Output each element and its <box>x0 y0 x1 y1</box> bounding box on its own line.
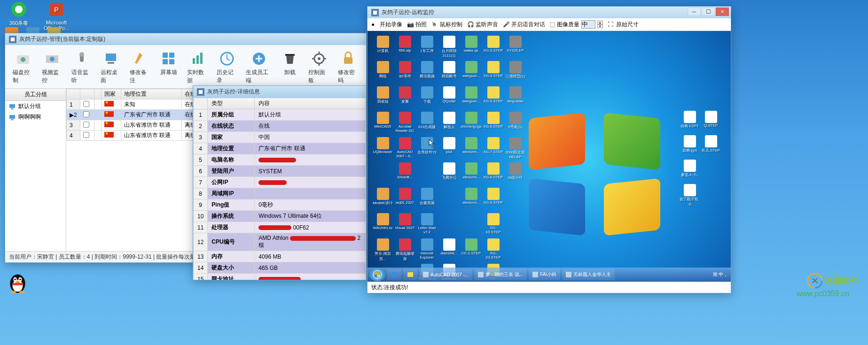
remote-icon[interactable]: XG-8.STEP <box>483 162 504 187</box>
remote-icon[interactable]: Internet Explorer <box>416 238 438 263</box>
remote-icon[interactable]: plot <box>438 137 460 161</box>
remote-icon[interactable]: xlesiurm... <box>461 188 482 212</box>
system-tray[interactable]: 简 中 , <box>710 271 729 278</box>
remote-icon[interactable]: 自购.igm <box>679 135 700 160</box>
taskbar-pin-explorer[interactable] <box>403 269 417 280</box>
taskbar-item[interactable]: AutoCAD 2007 -... <box>419 269 472 280</box>
detail-row[interactable]: 9Ping值0毫秒 <box>194 199 366 211</box>
remote-icon[interactable] <box>505 238 526 263</box>
remote-icon[interactable]: 腾讯电脑管家 <box>394 238 415 263</box>
remote-icon[interactable]: UQBrowser <box>372 137 393 161</box>
tool-生成员工端[interactable]: 生成员工端 <box>242 47 275 86</box>
remote-icon[interactable]: MiniCAD5 <box>372 112 393 136</box>
remote-icon[interactable]: 3D零件 <box>394 61 415 85</box>
tool-实时数据[interactable]: 实时数据 <box>183 47 211 86</box>
detail-row[interactable]: 12CPU编号AMD Athlon 2核 <box>194 233 366 251</box>
remote-icon[interactable]: 自购 E2PT <box>679 111 700 135</box>
remote-icon[interactable]: 发票 <box>394 86 415 111</box>
spinner-up[interactable]: ▴ <box>597 21 603 24</box>
tool-远程桌面[interactable]: 远程桌面 <box>97 47 125 86</box>
row-checkbox[interactable] <box>83 122 89 128</box>
remote-icon[interactable]: QQodai <box>438 86 460 111</box>
remote-icon[interactable] <box>700 184 721 208</box>
remote-icon[interactable] <box>505 213 526 238</box>
detail-row[interactable]: 13内存4096 MB <box>194 251 366 262</box>
remote-icon[interactable] <box>416 162 438 187</box>
remote-icon[interactable]: 长儿.STEP <box>700 135 721 160</box>
remote-icon[interactable]: 腾讯视频 <box>416 61 438 85</box>
remote-icon[interactable]: Visual 2027 <box>394 213 415 238</box>
remote-icon[interactable]: zhicheng.igs <box>461 112 482 136</box>
sidebar-item[interactable]: 啊啊啊啊 <box>5 112 66 123</box>
detail-row[interactable]: 1所属分组默认分组 <box>194 109 366 121</box>
remote-icon[interactable]: xlesiurm... <box>461 137 482 161</box>
tool-磁盘控制[interactable]: 磁盘控制 <box>9 47 37 86</box>
sidebar-item[interactable]: 默认分组 <box>5 101 66 112</box>
tool-修改密码[interactable]: 修改密码 <box>334 47 362 86</box>
remote-icon[interactable]: 556.stp <box>394 36 415 60</box>
voice-dialog-button[interactable]: 🎤开启语音对话 <box>503 21 545 29</box>
tool-视频监控[interactable]: 视频监控 <box>38 47 66 86</box>
remote-icon[interactable]: XG-10.STEP <box>483 213 504 238</box>
remote-icon[interactable]: Letter Man v7.2 <box>416 213 438 238</box>
audio-monitor-button[interactable]: 🎧监听声音 <box>467 21 498 29</box>
maximize-button[interactable]: ☐ <box>702 8 715 16</box>
remote-icon[interactable]: CC-1.STEP <box>461 238 482 263</box>
remote-icon[interactable]: 台月模块2111(1) <box>438 36 460 60</box>
remote-icon[interactable]: XG-9.STEP <box>483 188 504 212</box>
detail-row[interactable]: 3国家中国 <box>194 132 366 143</box>
remote-icon[interactable]: XG-4.STEP <box>483 61 504 85</box>
remote-icon[interactable]: Acrobat Reader DC <box>394 112 415 136</box>
detail-row[interactable]: 10操作系统Windows 7 Ultimate 64位 <box>194 211 366 222</box>
detail-row[interactable]: 5电脑名称 <box>194 154 366 166</box>
mouse-control-button[interactable]: 🖱鼠标控制 <box>431 21 462 29</box>
row-checkbox[interactable] <box>83 111 89 117</box>
taskbar-pin-ie[interactable] <box>387 269 401 280</box>
close-button[interactable]: × <box>716 8 729 16</box>
row-checkbox[interactable] <box>83 101 89 107</box>
col-header[interactable] <box>80 89 94 100</box>
remote-icon[interactable]: 飞腾办公 <box>438 162 460 187</box>
remote-icon[interactable]: 回收站 <box>372 86 393 111</box>
remote-icon[interactable]: 计算机 <box>372 36 393 60</box>
remote-icon[interactable] <box>438 213 460 238</box>
detail-row[interactable]: 6登陆用户SYSTEM <box>194 166 366 177</box>
row-checkbox[interactable] <box>83 132 89 138</box>
taskbar-item[interactable]: FA\小科 <box>529 269 560 280</box>
minimize-button[interactable]: ─ <box>688 8 701 16</box>
remote-icon[interactable] <box>700 160 721 184</box>
monitor-window-titlebar[interactable]: 灰鸽子远控-远程监控 ─ ☐ × <box>368 7 731 18</box>
col-header[interactable]: 地理位置 <box>121 89 182 100</box>
detail-row[interactable]: 4地理位置广东省广州市 联通 <box>194 143 366 154</box>
remote-icon[interactable]: WAUHKLxz <box>372 213 393 238</box>
remote-icon[interactable]: XG-7.STEP <box>483 137 504 161</box>
remote-icon[interactable]: XY325.EP <box>505 36 526 60</box>
remote-icon[interactable]: 网络 <box>372 61 393 85</box>
quality-input[interactable] <box>581 20 595 29</box>
remote-icon[interactable]: diansihe... <box>438 238 460 263</box>
remote-icon[interactable]: 芳分-阅页页... <box>372 238 393 263</box>
remote-icon[interactable]: 解放人 <box>438 112 460 136</box>
detail-row[interactable]: 15网卡地址 <box>194 274 366 280</box>
photo-button[interactable]: 📷拍照 <box>407 21 427 29</box>
detail-row[interactable]: 8局域网IP <box>194 188 366 199</box>
remote-icon[interactable]: walke.qs <box>461 36 482 60</box>
remote-icon[interactable]: IS战斗疗 <box>505 162 526 187</box>
detail-row[interactable]: 11处理器 00F62 <box>194 222 366 233</box>
remote-icon[interactable]: 吉丁瓶子双.小 <box>679 184 700 208</box>
tool-控制面板[interactable]: 控制面板 <box>305 47 333 86</box>
taskbar-item[interactable]: 无标题人金华人主 <box>562 269 615 280</box>
tool-语音监听[interactable]: 语音监听 <box>68 47 96 86</box>
remote-icon[interactable]: 模拟帐号 <box>438 61 460 85</box>
remote-screen[interactable]: 计算机556.stp1车工序台月模块2111(1)walke.qsXG-3.ST… <box>368 31 731 282</box>
original-size-button[interactable]: ⛶原始尺寸 <box>608 21 639 29</box>
remote-icon[interactable]: 2000双左后MO-EP <box>505 137 526 161</box>
taskbar-item[interactable]: 梦 - 聊的三条 说... <box>474 269 527 280</box>
remote-icon[interactable]: XG-23.STEP <box>483 238 504 263</box>
remote-icon[interactable]: 1车工序 <box>416 36 438 60</box>
remote-icon[interactable]: 参见.4 小.. <box>679 160 700 184</box>
remote-icon[interactable]: 5号柜(1) <box>505 112 526 136</box>
qq-icon[interactable] <box>7 271 28 296</box>
col-header[interactable] <box>94 89 101 100</box>
admin-window-titlebar[interactable]: 灰鸽子远控-管理(当前版本:定制版) <box>5 33 366 45</box>
